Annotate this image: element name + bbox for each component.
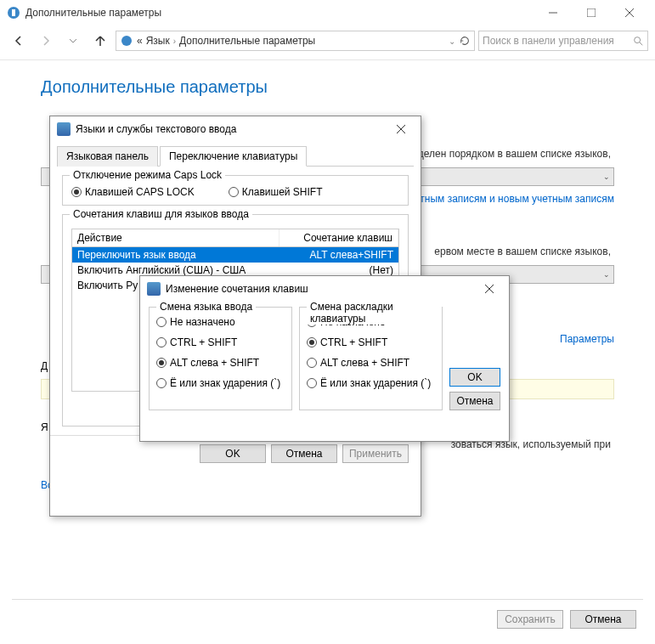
input-language-groupbox: Смена языка ввода Не назначено CTRL + SH… [149,307,292,410]
location-icon [120,34,133,48]
breadcrumb-advanced[interactable]: Дополнительные параметры [179,35,315,47]
refresh-icon[interactable] [459,35,471,47]
keyboard-icon [147,282,161,296]
change-hotkey-dialog: Изменение сочетания клавиш Смена языка в… [139,275,510,442]
breadcrumb-language[interactable]: Язык [146,35,170,47]
tab-language-bar[interactable]: Языковая панель [57,146,158,167]
dialog2-buttons: OK Отмена [449,307,500,410]
radio-layout-alt-shift[interactable]: ALT слева + SHIFT [307,357,435,369]
radio-lang-alt-shift[interactable]: ALT слева + SHIFT [156,357,285,369]
col-hotkey: Сочетание клавиш [280,229,398,246]
dialog1-apply-button[interactable]: Применить [342,444,409,463]
dialog1-ok-button[interactable]: OK [200,444,266,463]
search-box[interactable] [478,31,648,51]
radio-layout-ctrl-shift[interactable]: CTRL + SHIFT [307,336,435,348]
svg-line-8 [640,42,643,46]
dialog2-titlebar: Изменение сочетания клавиш [140,276,509,302]
recent-button[interactable] [61,29,85,53]
keyboard-icon [57,122,71,136]
svg-point-6 [121,36,132,46]
navigation-bar: « Язык › Дополнительные параметры ⌄ [0,25,655,56]
radio-lang-ctrl-shift[interactable]: CTRL + SHIFT [156,336,285,348]
radio-shift-key[interactable]: Клавишей SHIFT [229,186,323,198]
back-button[interactable] [7,29,31,53]
capslock-groupbox: Отключение режима Caps Lock Клавишей CAP… [62,175,409,206]
keyboard-layout-legend: Смена раскладки клавиатуры [307,301,442,325]
address-bar[interactable]: « Язык › Дополнительные параметры ⌄ [116,31,475,51]
maximize-button[interactable] [572,0,610,25]
footer-divider [12,599,643,600]
list-row-switch-input[interactable]: Переключить язык вводаALT слева+SHIFT [72,247,398,263]
dialog2-close-button[interactable] [477,279,502,299]
cancel-button[interactable]: Отмена [570,610,636,629]
dialog1-titlebar: Языки и службы текстового ввода [50,116,421,142]
breadcrumb-back[interactable]: « [137,35,143,47]
tab-keyboard-switch[interactable]: Переключение клавиатуры [160,146,307,167]
col-action: Действие [72,229,280,246]
dialog1-cancel-button[interactable]: Отмена [271,444,337,463]
dialog1-title: Языки и службы текстового ввода [76,123,388,135]
minimize-button[interactable] [534,0,572,25]
radio-layout-accent[interactable]: Ё или знак ударения (`) [307,377,435,389]
search-input[interactable] [483,35,632,47]
chevron-right-icon: › [173,37,176,46]
dialog2-title: Изменение сочетания клавиш [166,283,477,295]
input-language-legend: Смена языка ввода [156,301,256,313]
forward-button[interactable] [34,29,58,53]
radio-capslock-key[interactable]: Клавишей CAPS LOCK [71,186,195,198]
window-titlebar: Дополнительные параметры [0,0,655,25]
dialog2-ok-button[interactable]: OK [449,368,500,387]
window-title: Дополнительные параметры [25,7,534,19]
radio-lang-accent[interactable]: Ё или знак ударения (`) [156,377,285,389]
hotkey-list-header: Действие Сочетание клавиш [71,229,399,247]
control-panel-icon [7,6,20,20]
svg-point-7 [635,37,641,43]
radio-lang-none[interactable]: Не назначено [156,316,285,328]
dialog1-tabs: Языковая панель Переключение клавиатуры [57,145,414,167]
dialog2-cancel-button[interactable]: Отмена [449,392,500,410]
footer-buttons: Сохранить Отмена [497,610,636,629]
dialog1-close-button[interactable] [388,119,414,139]
chevron-down-icon[interactable]: ⌄ [449,37,455,46]
capslock-legend: Отключение режима Caps Lock [70,169,225,181]
save-button[interactable]: Сохранить [497,610,563,629]
svg-rect-1 [12,9,15,16]
hotkeys-legend: Сочетания клавиш для языков ввода [70,208,252,220]
svg-rect-3 [587,8,596,17]
up-button[interactable] [88,29,112,53]
close-button[interactable] [610,0,648,25]
search-icon [632,35,644,47]
page-heading: Дополнительные параметры [41,77,614,97]
keyboard-layout-groupbox: Смена раскладки клавиатуры Не назначено … [299,307,443,410]
